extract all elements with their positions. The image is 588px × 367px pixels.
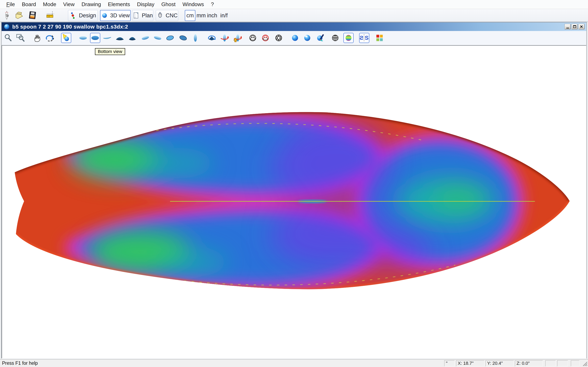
shaded-sphere-icon[interactable] [291, 33, 300, 42]
plan-sheet-icon: 9 9 [132, 12, 140, 19]
bottom-view-icon[interactable] [90, 33, 100, 43]
3d-view-label: 3D view [110, 12, 130, 19]
cnc-label: CNC [165, 12, 178, 19]
save-file-icon[interactable] [28, 11, 37, 20]
rotate-3d-icon[interactable] [45, 33, 54, 42]
light-icon[interactable] [61, 33, 71, 43]
status-empty-panel-2 [557, 360, 568, 366]
design-label: Design [79, 12, 96, 19]
flip-board-icon[interactable] [233, 33, 242, 42]
zoom-icon[interactable] [4, 33, 13, 42]
unit-cm[interactable]: cm [185, 10, 195, 21]
document-titlebar[interactable]: b5 spoon 7 2 27 90 190 swallow bpc1.s3dx… [2, 22, 586, 31]
zoom-window-icon[interactable] [16, 33, 25, 42]
svg-text:S: S [360, 35, 363, 41]
svg-text:1 0: 1 0 [48, 16, 50, 17]
status-z-coordinate: Z: 0.0" [515, 360, 543, 366]
perspective-3-icon[interactable] [165, 33, 174, 42]
perspective-1-icon[interactable] [141, 33, 150, 42]
unit-inch-label: inch [207, 12, 217, 19]
perspective-4-icon[interactable] [179, 33, 188, 42]
svg-text:S: S [365, 35, 369, 41]
unit-inf[interactable]: in/f [218, 10, 230, 21]
pan-hand-icon[interactable] [33, 33, 42, 42]
tooltip-bottom-view: Bottom view [95, 48, 125, 55]
tail-view-icon[interactable] [128, 33, 137, 42]
status-bar: Press F1 for help " X: 18.7" Y: 20.4" Z:… [0, 359, 588, 367]
menu-bar: File Board Mode View Drawing Elements Di… [0, 0, 588, 9]
unit-mm-label: mm [197, 12, 206, 19]
status-help-text: Press F1 for help [2, 359, 38, 367]
document-title: b5 spoon 7 2 27 90 190 swallow bpc1.s3dx… [12, 24, 128, 30]
menu-mode[interactable]: Mode [39, 0, 60, 9]
close-button[interactable]: ✕ [579, 24, 585, 29]
main-toolbar: 1 0 Design 3D view 9 9 Plan CNC cm mm in [0, 9, 588, 22]
design-mode-button[interactable]: Design [68, 10, 98, 21]
wireframe-sphere-icon[interactable] [248, 33, 257, 42]
curvature-sphere-icon[interactable] [343, 33, 354, 43]
maximize-button[interactable] [571, 24, 578, 29]
unit-inf-label: in/f [220, 12, 228, 19]
paint-sphere-icon[interactable] [316, 33, 325, 42]
menu-elements[interactable]: Elements [104, 0, 134, 9]
glossy-sphere-icon[interactable] [303, 33, 312, 42]
plan-label: Plan [142, 12, 153, 19]
menu-help[interactable]: ? [208, 0, 217, 9]
unit-cm-label: cm [186, 12, 194, 19]
tooltip-text: Bottom view [98, 49, 122, 54]
menu-ghost[interactable]: Ghost [158, 0, 179, 9]
zebra-sphere-icon[interactable] [331, 33, 340, 42]
status-unit-panel: " [444, 360, 455, 366]
status-empty-panel-3 [571, 360, 579, 366]
perspective-2-icon[interactable] [153, 33, 162, 42]
mesh-sphere-icon[interactable] [274, 33, 283, 42]
cnc-mode-button[interactable]: CNC [156, 10, 178, 21]
status-y-coordinate: Y: 20.4" [485, 360, 514, 366]
spin-view-icon[interactable] [207, 33, 216, 42]
new-board-icon[interactable] [2, 11, 11, 20]
maximize-icon [573, 25, 576, 28]
front-view-icon[interactable] [115, 33, 124, 42]
view-toolbar: S S [2, 31, 586, 45]
side-view-icon[interactable] [191, 33, 200, 42]
status-empty-panel-1 [545, 360, 556, 366]
document-sphere-icon [4, 24, 10, 30]
rocker-view-icon[interactable] [103, 33, 112, 42]
menu-file[interactable]: File [3, 0, 18, 9]
dimensions-icon[interactable]: 1 0 [46, 11, 55, 20]
unit-inch[interactable]: inch [206, 10, 218, 21]
status-x-coordinate: X: 18.7" [456, 360, 484, 366]
svg-text:9 9: 9 9 [135, 17, 136, 18]
symmetry-icon[interactable]: S S [359, 33, 369, 43]
unit-mm[interactable]: mm [196, 10, 206, 21]
menu-display[interactable]: Display [134, 0, 158, 9]
minimize-icon [566, 28, 569, 28]
resize-grip[interactable] [582, 361, 588, 366]
sphere-icon [101, 12, 108, 19]
viewport-3d[interactable] [2, 45, 586, 359]
menu-board[interactable]: Board [18, 0, 39, 9]
cnc-bit-icon [156, 12, 164, 19]
menu-windows[interactable]: Windows [179, 0, 208, 9]
rotate-axis-icon[interactable] [220, 33, 229, 42]
color-palette-icon[interactable] [375, 33, 384, 42]
design-nodes-icon [70, 12, 77, 19]
menu-drawing[interactable]: Drawing [78, 0, 104, 9]
close-icon: ✕ [580, 25, 583, 29]
minimize-button[interactable] [564, 24, 571, 29]
menu-view[interactable]: View [60, 0, 78, 9]
plan-mode-button[interactable]: 9 9 Plan [132, 10, 153, 21]
open-file-icon[interactable] [15, 11, 24, 20]
top-view-icon[interactable] [79, 33, 87, 42]
3d-view-mode-button[interactable]: 3D view [100, 10, 131, 21]
wireframe-sphere-red-icon[interactable] [261, 33, 270, 42]
